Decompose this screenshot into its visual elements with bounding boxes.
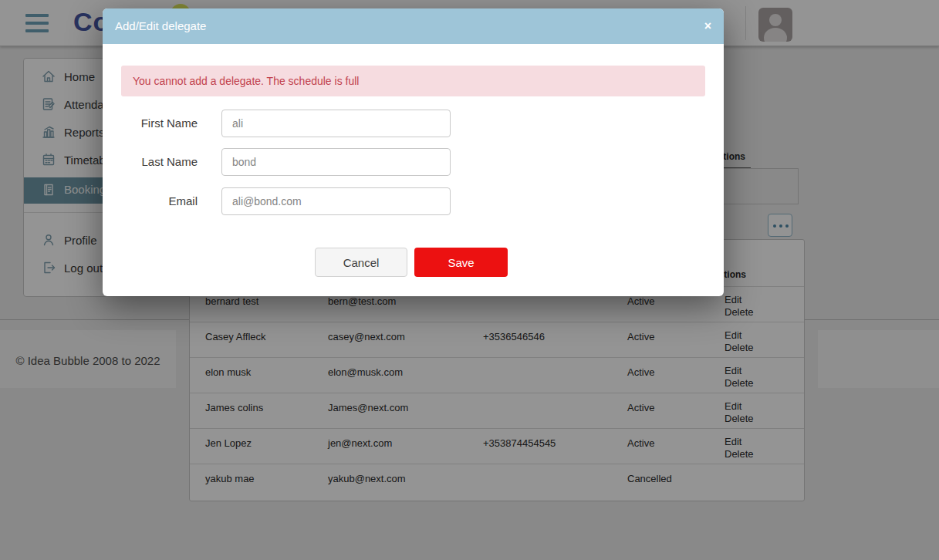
app-root: Co Home Attendance Reports <box>0 0 939 560</box>
email-field[interactable] <box>221 187 451 215</box>
first-name-label: First Name <box>103 116 198 130</box>
add-edit-delegate-modal: Add/Edit delegate × You cannot add a del… <box>103 8 724 296</box>
save-button[interactable]: Save <box>414 248 508 277</box>
first-name-field[interactable] <box>221 110 451 137</box>
modal-header: Add/Edit delegate × <box>103 8 724 44</box>
modal-title: Add/Edit delegate <box>115 8 206 44</box>
last-name-field[interactable] <box>221 148 451 176</box>
error-alert: You cannot add a delegate. The schedule … <box>121 66 705 96</box>
email-label: Email <box>103 194 198 207</box>
cancel-button[interactable]: Cancel <box>315 248 407 277</box>
last-name-label: Last Name <box>103 155 198 168</box>
close-icon[interactable]: × <box>704 8 711 44</box>
